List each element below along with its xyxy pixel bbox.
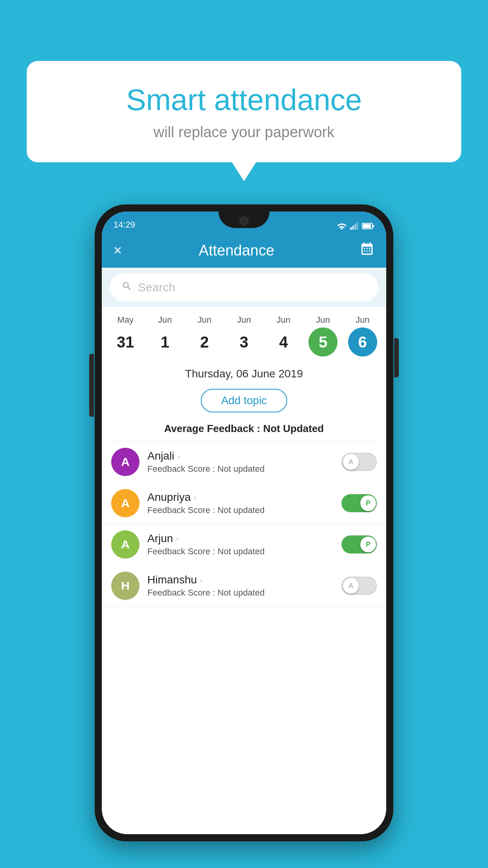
- cal-month: Jun: [356, 315, 369, 325]
- student-name-text: Anjali: [147, 450, 174, 462]
- search-bar[interactable]: Search: [110, 273, 378, 302]
- student-item: AAnjali›Feedback Score : Not updatedA: [102, 441, 386, 483]
- cal-month: Jun: [277, 315, 290, 325]
- student-item: AArjun›Feedback Score : Not updatedP: [102, 524, 386, 565]
- search-icon: [121, 281, 132, 294]
- bubble-subtitle: will replace your paperwork: [50, 124, 438, 141]
- camera: [239, 216, 249, 226]
- student-name[interactable]: Anupriya›: [147, 491, 334, 504]
- cal-month: Jun: [198, 315, 211, 325]
- cal-day[interactable]: Jun6: [345, 315, 380, 357]
- cal-date: 2: [190, 327, 219, 357]
- attendance-toggle[interactable]: P: [341, 535, 377, 554]
- cal-day[interactable]: Jun1: [148, 315, 182, 357]
- student-name-text: Anupriya: [147, 491, 191, 504]
- cal-date: 6: [348, 327, 377, 357]
- student-info: Anjali›Feedback Score : Not updated: [147, 450, 334, 474]
- student-feedback: Feedback Score : Not updated: [147, 505, 334, 515]
- cal-date: 4: [269, 327, 298, 357]
- svg-rect-2: [354, 224, 356, 230]
- cal-day[interactable]: Jun5: [306, 315, 340, 357]
- battery-icon: [362, 223, 374, 230]
- cal-month: May: [117, 315, 134, 325]
- signal-icon: [350, 222, 359, 230]
- phone-screen: 14:29: [102, 211, 386, 834]
- status-icons: [337, 222, 374, 230]
- avatar: A: [111, 489, 139, 517]
- student-feedback: Feedback Score : Not updated: [147, 464, 334, 474]
- chevron-icon: ›: [194, 493, 197, 502]
- cal-date: 31: [111, 327, 140, 357]
- cal-month: Jun: [316, 315, 330, 325]
- student-info: Arjun›Feedback Score : Not updated: [147, 532, 334, 557]
- cal-day[interactable]: Jun4: [266, 315, 301, 357]
- student-item: HHimanshu›Feedback Score : Not updatedA: [102, 565, 386, 607]
- student-feedback: Feedback Score : Not updated: [147, 546, 334, 557]
- phone-mockup: 14:29: [95, 204, 393, 841]
- student-item: AAnupriya›Feedback Score : Not updatedP: [102, 483, 386, 524]
- student-name[interactable]: Arjun›: [147, 532, 334, 545]
- avatar: A: [111, 448, 139, 476]
- cal-date: 1: [150, 327, 180, 357]
- search-container: Search: [102, 268, 386, 307]
- cal-date: 3: [229, 327, 259, 357]
- add-topic-button[interactable]: Add topic: [201, 389, 288, 412]
- svg-rect-6: [363, 224, 371, 228]
- speech-bubble-container: Smart attendance will replace your paper…: [27, 61, 461, 162]
- svg-rect-3: [357, 223, 359, 230]
- student-name[interactable]: Himanshu›: [147, 574, 334, 586]
- svg-rect-0: [350, 228, 352, 230]
- chevron-icon: ›: [200, 576, 203, 585]
- avatar: A: [111, 530, 139, 559]
- student-info: Himanshu›Feedback Score : Not updated: [147, 574, 334, 598]
- student-name[interactable]: Anjali›: [147, 450, 334, 462]
- student-list: AAnjali›Feedback Score : Not updatedAAAn…: [102, 441, 386, 607]
- cal-month: Jun: [237, 315, 251, 325]
- calendar-icon[interactable]: [360, 242, 374, 259]
- app-header: × Attendance: [102, 233, 386, 268]
- calendar-strip: May31Jun1Jun2Jun3Jun4Jun5Jun6: [102, 307, 386, 360]
- avatar: H: [111, 572, 139, 600]
- chevron-icon: ›: [176, 534, 179, 543]
- student-info: Anupriya›Feedback Score : Not updated: [147, 491, 334, 515]
- selected-date: Thursday, 06 June 2019: [102, 360, 386, 384]
- student-name-text: Arjun: [147, 532, 173, 545]
- cal-day[interactable]: Jun2: [187, 315, 222, 357]
- bubble-title: Smart attendance: [50, 83, 438, 117]
- phone-body: 14:29: [95, 204, 393, 841]
- cal-date: 5: [308, 327, 338, 357]
- attendance-toggle[interactable]: P: [341, 494, 377, 512]
- wifi-icon: [337, 222, 347, 230]
- attendance-toggle[interactable]: A: [341, 453, 377, 471]
- cal-month: Jun: [158, 315, 172, 325]
- search-placeholder: Search: [138, 281, 175, 294]
- svg-rect-5: [372, 225, 374, 227]
- cal-day[interactable]: May31: [108, 315, 143, 357]
- student-feedback: Feedback Score : Not updated: [147, 588, 334, 598]
- student-name-text: Himanshu: [147, 574, 197, 586]
- speech-bubble: Smart attendance will replace your paper…: [27, 61, 461, 162]
- page-title: Attendance: [114, 242, 360, 259]
- cal-day[interactable]: Jun3: [227, 315, 261, 357]
- avg-feedback-value: Not Updated: [263, 423, 324, 434]
- attendance-toggle[interactable]: A: [341, 577, 377, 595]
- add-topic-container: Add topic: [102, 384, 386, 419]
- chevron-icon: ›: [177, 452, 180, 461]
- svg-rect-1: [352, 226, 354, 230]
- avg-feedback: Average Feedback : Not Updated: [102, 419, 386, 441]
- avg-feedback-label: Average Feedback :: [164, 423, 261, 434]
